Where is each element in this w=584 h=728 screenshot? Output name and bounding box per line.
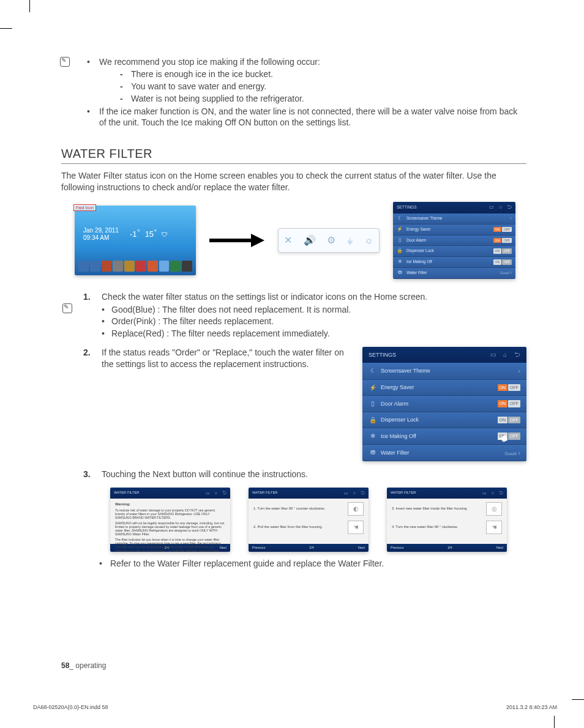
min-icon: ▭ [344,490,348,496]
filter-insert-icon: ◎ [486,502,502,516]
app-tile[interactable] [113,261,123,272]
step-3: Touching the Next button will continue t… [78,469,526,480]
section-rule [61,163,526,164]
freezer-temp: -1°F [130,229,140,240]
wf-header: WATER FILTER ▭⌂⮌ [110,488,230,498]
fast-icon-callout: Fast Icon [73,204,96,211]
wf-screen-2: WATER FILTER ▭⌂⮌ 1. Turn the water filte… [249,488,369,552]
ice-toggle[interactable]: ONOFF [498,433,521,439]
row-door[interactable]: ▯Door Alarm ONOFF [393,236,515,247]
next-button[interactable]: Next [496,546,503,550]
door-toggle[interactable]: ONOFF [498,400,521,407]
filter-turn-cw-icon: ☚ [486,521,502,534]
min-icon: ▭ [206,490,210,496]
intro-paragraph: The Water Filter status icon on the Home… [61,170,526,193]
row-water[interactable]: ⛃Water Filter Good › [393,268,515,279]
min-icon: ▭ [490,351,496,359]
energy-icon: ⚡ [397,226,403,233]
home-icon: ⌂ [499,204,502,211]
wf-footer-2: Previous2/4Next [249,544,369,552]
indd-timestamp: 2011.3.2 8:40:23 AM [506,704,557,711]
inst-3a: 3. Insert new water filter inside the fi… [392,507,486,511]
row-screensaver[interactable]: ☾Screensaver Theme › [362,363,526,380]
app-tile[interactable] [78,261,89,272]
previous-button[interactable]: Previous [391,546,403,550]
indd-filename: DA68-02520A(0.0)-EN.indd 58 [33,704,108,711]
row-dispenser[interactable]: 🔒Dispenser Lock ONOFF [362,412,526,429]
next-button[interactable]: Next [358,546,365,550]
app-tile[interactable] [148,261,158,272]
energy-toggle[interactable]: ONOFF [498,384,521,391]
energy-icon: ⚡ [369,384,377,392]
app-tile[interactable] [102,261,112,272]
wf-header: WATER FILTER ▭⌂⮌ [387,488,507,498]
app-tile[interactable] [159,261,170,272]
chevron-right-icon: › [518,449,520,456]
back-icon: ⮌ [499,490,503,496]
row-water[interactable]: ⛃Water Filter Good › [362,445,526,462]
section-heading: WATER FILTER [61,146,526,162]
crop-mark-br-h [572,699,584,700]
row-energy[interactable]: ⚡Energy Saver ONOFF [362,380,526,396]
ice-icon: ❄ [369,432,377,440]
row-ice[interactable]: ❄Ice Making Off ONOFF [362,428,526,445]
final-bullet: Refer to the Water Filter replacement gu… [78,558,526,570]
min-icon: ▭ [489,204,494,211]
wf-title: WATER FILTER [114,491,139,496]
wf-body-3: 3. Insert new water filter inside the fi… [387,499,507,544]
strip-icon: 🔊 [304,234,316,247]
home-icon: ⌂ [215,490,217,496]
min-icon: ▭ [482,490,487,496]
screens-row-1: Fast Icon Jan 29, 2011 09:34 AM -1°F 15°… [75,202,526,279]
rec-dash-2: You want to save water and energy. [99,81,526,92]
page-content: We recommend you stop ice making if the … [61,55,526,570]
steps-list: Check the water filter status on the set… [78,291,526,481]
app-tile[interactable] [90,261,100,272]
home-icon: ⌂ [492,490,494,496]
fridge-temp: 15°F [145,229,157,240]
dispenser-toggle[interactable]: ONOFF [493,248,512,254]
inst-2b: 2. Pull the water filter from the filter… [253,525,348,530]
door-toggle[interactable]: ONOFF [493,238,512,243]
header-icons: ▭⌂⮌ [489,204,512,211]
wf-screen-3: WATER FILTER ▭⌂⮌ 3. Insert new water fil… [387,488,507,552]
app-tile[interactable] [170,261,181,272]
app-tile[interactable] [136,261,146,272]
energy-toggle[interactable]: ONOFF [493,227,512,232]
row-ice[interactable]: ❄Ice Making Off ONOFF [393,257,515,268]
dispenser-toggle[interactable]: ONOFF [498,417,521,423]
recommend-block: We recommend you stop ice making if the … [61,56,526,128]
settings-header: SETTINGS ▭⌂⮌ [393,202,515,214]
home-screen-figure: Fast Icon Jan 29, 2011 09:34 AM -1°F 15°… [75,206,196,275]
chevron-right-icon: › [510,215,512,222]
status-good: Good(Blue) : The filter does not need re… [102,304,526,316]
wf-body-2: 1. Turn the water filter 90 ° counter-cl… [249,499,369,544]
inst-3b: 4. Turn the new water filter 90 ° clockw… [392,525,486,530]
page-number: 58 [61,661,69,670]
filter-pull-icon: ☚ [348,521,364,534]
rec-dash-1: There is enough ice in the ice bucket. [99,69,526,80]
row-screensaver[interactable]: ☾Screensaver Theme › [393,214,515,225]
page-section: _ operating [69,661,106,670]
app-tile[interactable] [182,261,192,272]
row-energy[interactable]: ⚡Energy Saver ONOFF [393,225,515,236]
wf-title: WATER FILTER [252,491,277,496]
warn-p3: The filter indicator let you know when i… [115,538,225,552]
settings-screen-small: SETTINGS ▭⌂⮌ ☾Screensaver Theme › ⚡Energ… [393,202,515,279]
header-icons: ▭⌂⮌ [490,351,520,359]
previous-button[interactable]: Previous [252,546,265,550]
row-dispenser[interactable]: 🔒Dispenser Lock ONOFF [393,246,515,257]
app-tile[interactable] [124,261,135,272]
home-icon: ⌂ [353,490,356,496]
water-filter-icon: ⛃ [397,270,403,277]
page-footer: 58_ operating [61,661,106,670]
row-door[interactable]: ▯Door Alarm ONOFF [362,396,526,412]
crop-mark-tl-h [0,28,12,29]
filter-icon: 🛡 [162,231,168,239]
wf-footer-3: Previous3/4Next [387,544,507,552]
ice-icon: ❄ [397,259,403,266]
ice-toggle[interactable]: ONOFF [493,259,512,265]
crop-mark-br-v [554,716,555,728]
warn-p2: SAMSUNG will not be legally responsible … [115,521,225,536]
strip-icon: ⚙ [327,234,335,247]
